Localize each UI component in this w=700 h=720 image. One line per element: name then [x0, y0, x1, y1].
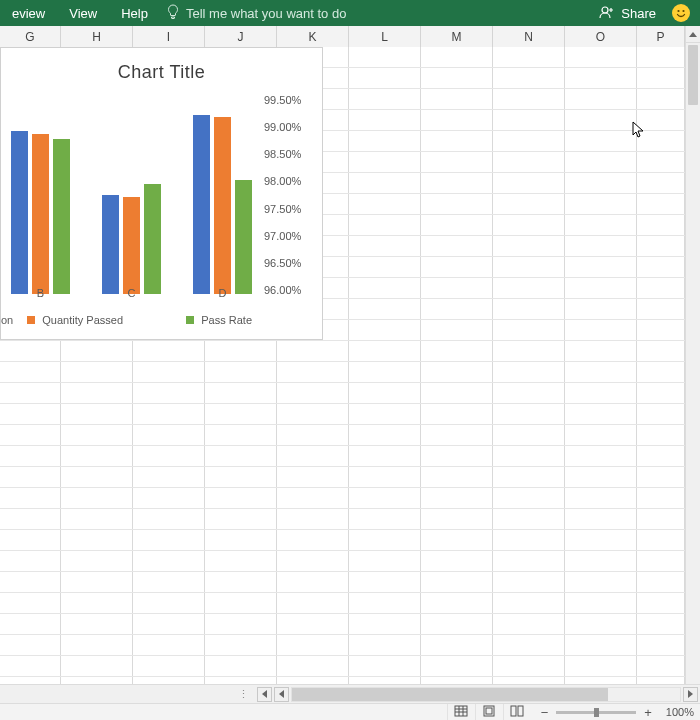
- view-page-break-button[interactable]: [503, 704, 531, 721]
- legend-item[interactable]: Quantity Passed: [13, 314, 123, 326]
- ribbon-tab-view[interactable]: View: [57, 2, 109, 25]
- sheet-tab-strip: ⋮: [0, 684, 700, 703]
- axis-tick-label: 96.00%: [264, 284, 318, 296]
- svg-rect-10: [511, 706, 516, 716]
- zoom-out-button[interactable]: −: [537, 705, 553, 720]
- chart-bar[interactable]: [32, 134, 49, 294]
- vertical-scrollbar[interactable]: [685, 26, 700, 684]
- share-button[interactable]: Share: [589, 1, 666, 26]
- tab-scroll-controls: ⋮: [0, 685, 272, 703]
- grid-view-icon: [454, 705, 468, 719]
- column-header[interactable]: I: [133, 26, 205, 47]
- chart-legend[interactable]: on Quantity Passed Pass Rate: [1, 311, 322, 329]
- column-header[interactable]: M: [421, 26, 493, 47]
- axis-category-label: B: [11, 287, 71, 299]
- page-layout-icon: [482, 705, 496, 719]
- embedded-chart[interactable]: Chart Title 99.50%99.00%98.50%98.00%97.5…: [0, 47, 323, 340]
- axis-tick-label: 96.50%: [264, 257, 318, 269]
- chart-bar[interactable]: [214, 117, 231, 294]
- axis-category-label: D: [193, 287, 253, 299]
- zoom-in-button[interactable]: +: [640, 705, 656, 720]
- column-header-row: GHIJKLMNOP: [0, 26, 700, 47]
- chevron-left-icon: [262, 690, 267, 698]
- axis-tick-label: 99.00%: [264, 121, 318, 133]
- chart-secondary-axis[interactable]: 99.50%99.00%98.50%98.00%97.50%97.00%96.5…: [264, 94, 318, 294]
- axis-tick-label: 98.50%: [264, 148, 318, 160]
- chart-bar[interactable]: [193, 115, 210, 294]
- tell-me-search[interactable]: Tell me what you want to do: [166, 4, 346, 23]
- legend-label: Quantity Passed: [42, 314, 123, 326]
- legend-label: Pass Rate: [201, 314, 252, 326]
- axis-tick-label: 98.00%: [264, 175, 318, 187]
- horizontal-scrollbar[interactable]: [274, 687, 698, 702]
- chevron-left-icon: [279, 690, 284, 698]
- chart-bar[interactable]: [11, 131, 28, 294]
- svg-point-2: [682, 10, 684, 12]
- chart-plot-area[interactable]: [5, 96, 267, 294]
- chart-title[interactable]: Chart Title: [1, 62, 322, 83]
- share-label: Share: [621, 6, 656, 21]
- column-header[interactable]: L: [349, 26, 421, 47]
- axis-tick-label: 97.00%: [264, 230, 318, 242]
- chart-bar[interactable]: [123, 197, 140, 294]
- lightbulb-icon: [166, 4, 180, 23]
- svg-rect-9: [486, 708, 492, 714]
- scroll-up-button[interactable]: [686, 26, 700, 43]
- legend-item[interactable]: Pass Rate: [172, 314, 252, 326]
- feedback-smiley-button[interactable]: [672, 4, 690, 22]
- page-break-icon: [510, 705, 524, 719]
- scroll-right-button[interactable]: [683, 687, 698, 702]
- chart-bar[interactable]: [144, 184, 161, 294]
- scroll-left-button[interactable]: [274, 687, 289, 702]
- axis-category-label: C: [102, 287, 162, 299]
- chart-bar[interactable]: [102, 195, 119, 294]
- axis-tick-label: 97.50%: [264, 203, 318, 215]
- ribbon-tab-review[interactable]: eview: [0, 2, 57, 25]
- column-header[interactable]: K: [277, 26, 349, 47]
- ribbon-tab-help[interactable]: Help: [109, 2, 160, 25]
- axis-tick-label: 99.50%: [264, 94, 318, 106]
- view-page-layout-button[interactable]: [475, 704, 503, 721]
- column-header[interactable]: P: [637, 26, 685, 47]
- svg-point-0: [602, 7, 608, 13]
- legend-item[interactable]: on: [1, 314, 13, 326]
- column-header[interactable]: J: [205, 26, 277, 47]
- ribbon: eview View Help Tell me what you want to…: [0, 0, 700, 26]
- smiley-icon: [674, 6, 688, 20]
- status-bar: − + 100%: [0, 703, 700, 720]
- vertical-scroll-thumb[interactable]: [688, 45, 698, 105]
- column-header[interactable]: G: [0, 26, 61, 47]
- svg-rect-3: [455, 706, 467, 716]
- zoom-slider-knob[interactable]: [594, 708, 599, 717]
- legend-label: on: [1, 314, 13, 326]
- legend-swatch-icon: [186, 316, 194, 324]
- column-header[interactable]: N: [493, 26, 565, 47]
- chevron-right-icon: [688, 690, 693, 698]
- column-header[interactable]: O: [565, 26, 637, 47]
- tell-me-placeholder: Tell me what you want to do: [186, 6, 346, 21]
- share-icon: [599, 5, 615, 22]
- chart-bar[interactable]: [53, 139, 70, 294]
- view-normal-button[interactable]: [447, 704, 475, 721]
- zoom-level[interactable]: 100%: [660, 706, 694, 718]
- zoom-slider[interactable]: [556, 711, 636, 714]
- column-header[interactable]: H: [61, 26, 133, 47]
- horizontal-scroll-thumb[interactable]: [292, 688, 608, 701]
- chevron-up-icon: [689, 32, 697, 37]
- svg-point-1: [677, 10, 679, 12]
- legend-swatch-icon: [27, 316, 35, 324]
- tab-splitter-icon[interactable]: ⋮: [238, 688, 249, 701]
- chart-bar[interactable]: [235, 180, 252, 294]
- tab-scroll-left-button[interactable]: [257, 687, 272, 702]
- svg-rect-11: [518, 706, 523, 716]
- zoom-controls: − + 100%: [531, 705, 700, 720]
